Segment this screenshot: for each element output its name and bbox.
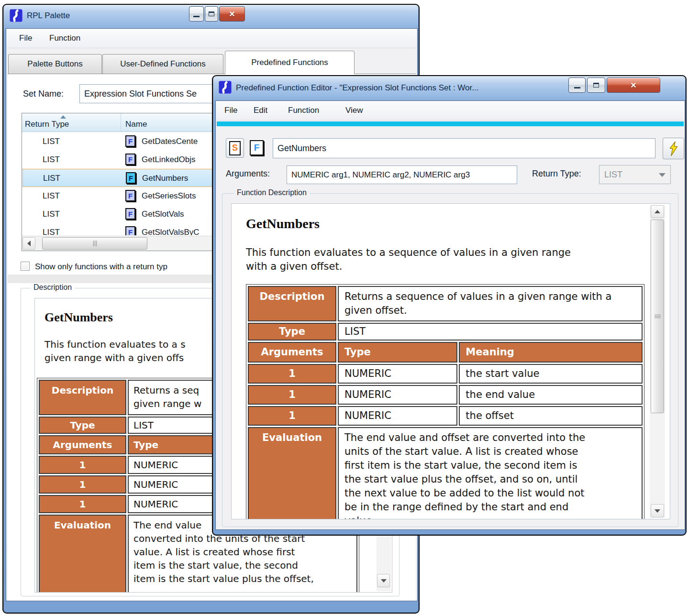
function-name-heading: GetNumbers <box>246 216 320 231</box>
function-icon: F <box>125 190 135 201</box>
menu-file[interactable]: File <box>224 106 237 115</box>
set-button[interactable]: S <box>226 138 244 158</box>
type-header-cell: Type <box>39 417 126 434</box>
menu-function[interactable]: Function <box>49 33 80 43</box>
evaluation-text: units of the start value. A list is crea… <box>344 445 636 459</box>
return-type-value: LIST <box>604 170 622 180</box>
horizontal-scroll-thumb[interactable] <box>42 237 147 250</box>
function-name-input[interactable] <box>273 138 655 158</box>
description-header-cell: Description <box>39 380 126 415</box>
maximize-button[interactable] <box>205 6 218 22</box>
lightning-icon <box>667 141 680 156</box>
menu-file[interactable]: File <box>19 33 32 43</box>
maximize-icon <box>593 83 599 88</box>
arguments-label: Arguments: <box>226 169 270 179</box>
function-icon: F <box>125 208 135 220</box>
minimize-icon <box>193 16 200 17</box>
editor-menubar: File Edit Function View <box>216 101 684 121</box>
evaluation-text: be in the range defined by the start and… <box>344 500 636 514</box>
function-icon: F <box>125 135 135 147</box>
accent-strip <box>217 121 684 126</box>
arguments-input[interactable] <box>287 165 517 184</box>
maximize-button[interactable] <box>587 77 605 93</box>
editor-window-title: Predefined Function Editor - "Expression… <box>236 83 478 93</box>
scroll-down-button[interactable] <box>651 504 664 517</box>
description-group-label: Description <box>31 283 75 292</box>
evaluation-text: The end value and offset are converted i… <box>344 431 636 445</box>
type-header-cell: Type <box>248 323 336 341</box>
column-header-return-type[interactable]: Return Type <box>25 120 69 129</box>
evaluation-header-cell: Evaluation <box>39 515 126 593</box>
scroll-up-icon <box>655 210 660 213</box>
palette-menubar: File Function <box>7 29 417 48</box>
thumb-grip <box>655 315 661 318</box>
intro-line: given range with a given offs <box>44 352 184 363</box>
evaluation-header-cell: Evaluation <box>248 427 336 519</box>
riverware-logo-icon <box>10 9 22 22</box>
return-type-dropdown[interactable]: LIST <box>599 165 671 184</box>
arguments-header-cell: Arguments <box>39 435 126 454</box>
type-value-cell: LIST <box>338 323 643 341</box>
vertical-scroll-thumb[interactable] <box>651 220 664 413</box>
palette-window-title: RPL Palette <box>27 11 70 21</box>
tab-label: Predefined Functions <box>251 58 328 67</box>
scroll-down-icon <box>655 509 660 513</box>
description-text: Returns a sequence of values in a given … <box>344 290 617 318</box>
tab-label: User-Defined Functions <box>120 59 206 69</box>
tab-user-defined-functions[interactable]: User-Defined Functions <box>102 54 223 74</box>
editor-titlebar[interactable]: Predefined Function Editor - "Expression… <box>213 76 686 99</box>
editor-panel: File Edit Function View S F Arguments: R… <box>215 100 685 530</box>
show-only-return-type-checkbox[interactable] <box>21 262 30 271</box>
intro-line: with a given offset. <box>246 261 342 272</box>
evaluate-button[interactable] <box>663 138 684 159</box>
evaluation-text: value <box>344 514 636 519</box>
editor-vertical-scrollbar[interactable] <box>650 205 665 517</box>
evaluation-text: the next value to be added to the list w… <box>344 486 636 500</box>
table-row: Type LIST <box>248 323 643 341</box>
table-row: 1 NUMERIC the start value <box>248 364 643 384</box>
table-row: 1 NUMERIC the offset <box>248 406 643 426</box>
function-name-heading: GetNumbers <box>44 310 113 325</box>
close-button[interactable]: ✕ <box>219 6 245 22</box>
chevron-down-icon <box>659 173 666 177</box>
close-icon: ✕ <box>630 81 636 90</box>
minimize-button[interactable] <box>189 6 204 22</box>
set-icon: S <box>229 141 241 155</box>
menu-view[interactable]: View <box>345 106 363 115</box>
scroll-left-button[interactable] <box>22 237 35 250</box>
function-icon: F <box>126 172 136 184</box>
palette-titlebar[interactable]: RPL Palette ✕ <box>3 5 419 28</box>
menu-function[interactable]: Function <box>288 106 319 115</box>
menu-edit[interactable]: Edit <box>254 106 267 115</box>
arg-type-header-cell: Type <box>338 342 457 363</box>
intro-line: This function evaluates to a s <box>44 339 186 350</box>
thumb-grip <box>93 241 97 246</box>
function-icon: F <box>250 140 264 155</box>
return-type-label: Return Type: <box>532 169 581 179</box>
desktop: RPL Palette ✕ File Function Palette Butt… <box>0 0 688 616</box>
show-only-return-type-label: Show only functions with a return typ <box>35 262 167 272</box>
scroll-down-button[interactable] <box>377 574 390 587</box>
table-row: Arguments Type Meaning <box>248 342 643 363</box>
predefined-function-editor-window: Predefined Function Editor - "Expression… <box>212 75 687 536</box>
function-icon: F <box>125 154 135 165</box>
arg-meaning-header-cell: Meaning <box>459 342 643 363</box>
tab-palette-buttons[interactable]: Palette Buttons <box>8 54 102 74</box>
evaluation-text: value. A list is created whose first <box>133 545 352 559</box>
close-icon: ✕ <box>229 10 235 19</box>
close-button[interactable]: ✕ <box>607 77 660 93</box>
intro-line: This function evaluates to a sequence of… <box>246 247 571 258</box>
column-header-name[interactable]: Name <box>125 120 147 129</box>
function-icon: F <box>125 226 135 235</box>
tab-predefined-functions[interactable]: Predefined Functions <box>225 51 355 74</box>
evaluation-text: the start value plus the offset, and so … <box>344 473 636 486</box>
tab-label: Palette Buttons <box>27 59 82 69</box>
evaluation-text: item is the start value, the second <box>133 559 352 572</box>
scroll-up-button[interactable] <box>651 205 664 218</box>
evaluation-text: item is the start value plus the offset, <box>133 572 352 585</box>
minimize-button[interactable] <box>568 77 586 93</box>
description-header-cell: Description <box>248 286 336 321</box>
evaluation-text: first item is the start value, the secon… <box>344 459 636 473</box>
editor-description-table: Description Returns a sequence of values… <box>246 284 644 519</box>
function-description-group: Function Description GetNumbers This fun… <box>222 193 678 527</box>
